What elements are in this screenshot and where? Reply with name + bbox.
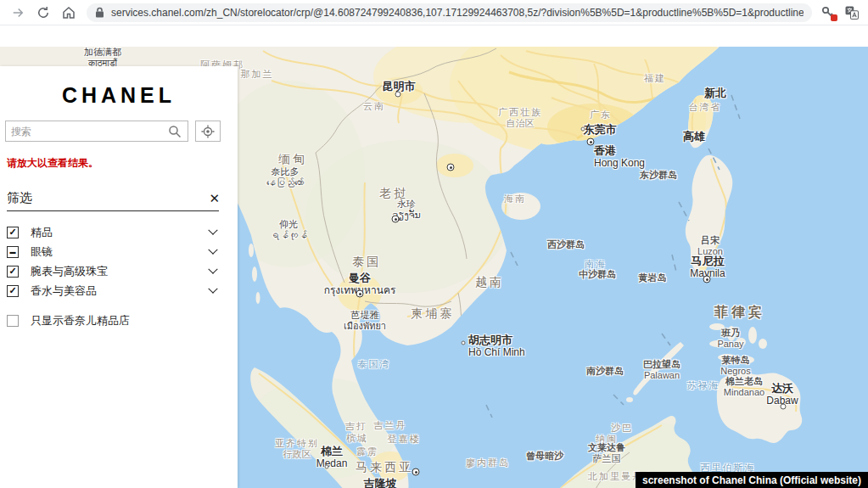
chevron-down-icon[interactable] bbox=[208, 244, 217, 254]
map-label: 苏禄海 bbox=[687, 380, 720, 391]
map-label: 福建 bbox=[644, 73, 666, 84]
map-label: 泰国湾 bbox=[358, 359, 391, 370]
map-label: 台湾省 bbox=[689, 102, 722, 113]
filter-label: 腕表与高级珠宝 bbox=[31, 264, 210, 279]
map-label: 马来西亚 bbox=[356, 460, 413, 474]
map-label: 泰国 bbox=[352, 255, 381, 268]
checkbox-checked[interactable]: ✓ bbox=[7, 266, 19, 278]
city-marker[interactable] bbox=[462, 341, 466, 345]
city-marker[interactable] bbox=[581, 127, 585, 132]
map-label: 霹雳 bbox=[356, 446, 378, 457]
map-label: 西沙群岛 bbox=[547, 239, 585, 250]
map-label: 中沙群岛 bbox=[579, 269, 616, 280]
map-label: 广东 bbox=[590, 109, 612, 121]
capital-marker[interactable] bbox=[587, 138, 595, 146]
map-label: 芭堤雅เมืองพัทยา bbox=[344, 310, 386, 331]
map-label: 缅甸 bbox=[278, 152, 307, 165]
forward-icon[interactable] bbox=[10, 5, 25, 20]
city-marker[interactable] bbox=[395, 92, 401, 98]
search-input[interactable] bbox=[6, 126, 168, 137]
capital-marker[interactable] bbox=[703, 276, 711, 283]
chevron-down-icon[interactable] bbox=[208, 264, 217, 273]
filter-label: 只显示香奈儿精品店 bbox=[31, 313, 220, 328]
search-box[interactable] bbox=[5, 121, 188, 142]
zoom-warning: 请放大以查看结果。 bbox=[7, 156, 98, 171]
map-label: 胡志明市Hồ Chí Minh bbox=[468, 334, 525, 359]
map-label: 东沙群岛 bbox=[640, 170, 677, 181]
map-label: 廖内群岛 bbox=[466, 457, 510, 468]
store-locator-panel: CHANEL 请放大以查看结果。 筛选 ✕ ✓ bbox=[0, 66, 238, 488]
map-label: 南海 bbox=[585, 259, 607, 270]
checkbox-checked[interactable]: ✓ bbox=[7, 227, 19, 238]
map-label: 云南 bbox=[363, 101, 385, 112]
capital-marker[interactable] bbox=[356, 290, 364, 298]
map-label: 新北 bbox=[704, 87, 726, 100]
filter-row: ✓腕表与高级珠宝 bbox=[7, 261, 220, 281]
checkbox-indeterminate[interactable]: ▬ bbox=[7, 246, 19, 258]
map-label: 曾母暗沙 bbox=[526, 451, 563, 462]
capital-marker[interactable] bbox=[412, 468, 420, 476]
image-caption: screenshot of Chanel China (Official web… bbox=[636, 472, 868, 488]
filter-title: 筛选 bbox=[7, 190, 32, 206]
filter-row: 只显示香奈儿精品店 bbox=[7, 311, 220, 330]
map-label: 黄岩岛 bbox=[639, 272, 667, 283]
map-label: 吕宋Luzon bbox=[697, 235, 723, 256]
map-label: 登嘉楼 bbox=[388, 434, 421, 445]
map-label: 槟城 bbox=[346, 433, 368, 444]
filter-row: ✓精品 bbox=[7, 222, 220, 242]
map-label: 香港Hong Kong bbox=[594, 145, 645, 170]
translate-icon[interactable] bbox=[844, 5, 860, 20]
map-label: 广西壮族自治区 bbox=[498, 107, 542, 128]
map-label: 棉兰Medan bbox=[316, 446, 348, 470]
map-label: 柬埔寨 bbox=[412, 306, 455, 320]
url-text: services.chanel.com/zh_CN/storelocator/c… bbox=[111, 7, 804, 19]
map-label: 文莱达鲁萨兰国 bbox=[588, 442, 625, 463]
map-label: 棉兰老岛Mindanao bbox=[724, 376, 764, 397]
lock-icon bbox=[95, 7, 104, 18]
map-label: 菲律宾 bbox=[714, 305, 765, 320]
chevron-down-icon[interactable] bbox=[208, 225, 217, 234]
home-icon[interactable] bbox=[61, 5, 76, 20]
alert-badge bbox=[831, 14, 837, 21]
geolocate-button[interactable] bbox=[195, 121, 221, 142]
close-icon[interactable]: ✕ bbox=[209, 191, 220, 206]
search-icon[interactable] bbox=[168, 125, 182, 138]
map-label: 东莞市 bbox=[584, 124, 617, 137]
capital-marker[interactable] bbox=[447, 164, 455, 171]
map-label: 仰光ရန်ကုန် bbox=[270, 219, 307, 240]
password-alert-icon[interactable] bbox=[820, 5, 836, 20]
browser-toolbar: services.chanel.com/zh_CN/storelocator/c… bbox=[0, 0, 868, 25]
map-label: 沙巴 bbox=[611, 423, 633, 434]
map-label: 吉打 bbox=[345, 421, 367, 432]
filter-label: 眼镜 bbox=[31, 244, 210, 260]
map-label: 班乃Panay bbox=[717, 328, 743, 349]
filter-row: ✓香水与美容品 bbox=[7, 281, 220, 300]
checkbox-checked[interactable]: ✓ bbox=[7, 285, 19, 297]
map-label: 奈比多နေပြည်တော် bbox=[266, 166, 304, 188]
map-label: 海南 bbox=[504, 194, 526, 205]
map-label: 巴拉望岛Palawan bbox=[643, 359, 680, 380]
geolocate-icon bbox=[201, 125, 215, 138]
chanel-logo: CHANEL bbox=[0, 83, 238, 108]
filter-label: 精品 bbox=[31, 225, 210, 240]
filter-list: ✓精品▬眼镜✓腕表与高级珠宝✓香水与美容品只显示香奈儿精品店 bbox=[7, 222, 220, 330]
capital-marker[interactable] bbox=[392, 216, 400, 223]
map-label: 加德满都काठमाडौं bbox=[84, 47, 121, 68]
map-label: 那加兰 bbox=[241, 69, 274, 80]
city-marker[interactable] bbox=[781, 404, 787, 410]
chevron-down-icon[interactable] bbox=[208, 283, 217, 293]
map-label: 吉兰丹 bbox=[374, 420, 407, 431]
address-bar[interactable]: services.chanel.com/zh_CN/storelocator/c… bbox=[87, 3, 812, 22]
map-label: 高雄 bbox=[683, 131, 705, 143]
page: services.chanel.com/zh_CN/storelocator/c… bbox=[0, 0, 868, 488]
filter-row: ▬眼镜 bbox=[7, 242, 220, 261]
map-label: 老挝 bbox=[379, 186, 408, 199]
map-label: 南沙群岛 bbox=[586, 366, 624, 377]
checkbox-unchecked[interactable] bbox=[7, 315, 19, 327]
reload-icon[interactable] bbox=[36, 5, 51, 20]
city-marker[interactable] bbox=[325, 465, 329, 469]
divider bbox=[7, 210, 219, 211]
map-label: 越南 bbox=[475, 275, 504, 289]
filter-label: 香水与美容品 bbox=[31, 283, 210, 299]
map-label: 亚齐特别行政区 bbox=[275, 438, 319, 459]
